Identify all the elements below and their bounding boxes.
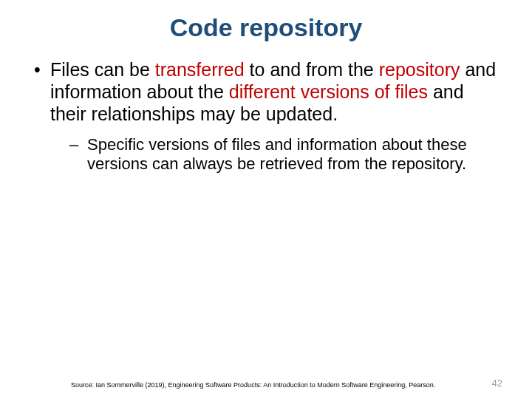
page-number: 42: [492, 378, 502, 389]
slide-title: Code repository: [30, 13, 502, 42]
source-citation: Source: Ian Sommerville (2019), Engineer…: [71, 381, 435, 389]
bullet1-seg6-red: different versions of files: [229, 81, 428, 102]
slide: Code repository Files can be transferred…: [0, 0, 532, 399]
bullet-list-level2: Specific versions of files and informati…: [50, 135, 502, 174]
sub-bullet-1: Specific versions of files and informati…: [50, 135, 502, 174]
bullet1-seg2-red: transferred: [155, 59, 245, 80]
bullet1-seg4-red: repository: [379, 59, 460, 80]
slide-footer: Source: Ian Sommerville (2019), Engineer…: [0, 378, 532, 389]
bullet1-seg3: to and from the: [245, 59, 379, 80]
bullet-list-level1: Files can be transferred to and from the…: [30, 58, 502, 174]
bullet-item-1: Files can be transferred to and from the…: [30, 58, 502, 174]
bullet1-seg1: Files can be: [50, 59, 155, 80]
